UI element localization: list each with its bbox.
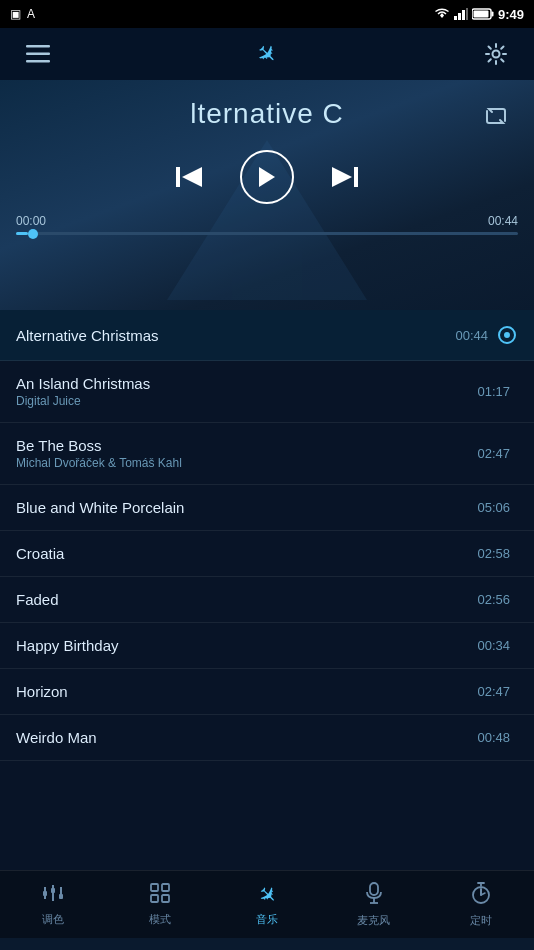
menu-button[interactable] [16,32,60,76]
nav-label-timer: 定时 [470,913,492,928]
track-row[interactable]: Blue and White Porcelain 05:06 [0,485,534,531]
svg-marker-14 [182,167,202,187]
track-title: Horizon [16,683,477,700]
svg-rect-6 [473,11,488,18]
svg-rect-16 [354,167,358,187]
battery-icon [472,8,494,20]
track-row[interactable]: Be The Boss Michal Dvořáček & Tomáš Kahl… [0,423,534,485]
svg-rect-13 [176,167,180,187]
progress-track[interactable] [16,232,518,235]
progress-area: 00:00 00:44 [0,204,534,241]
track-duration: 00:48 [477,730,510,745]
track-info: Blue and White Porcelain [16,499,477,516]
track-title: An Island Christmas [16,375,477,392]
repeat-button[interactable] [474,94,518,138]
status-bar: ▣ A 9:49 [0,0,534,28]
svg-rect-23 [59,894,63,899]
svg-rect-3 [466,8,468,20]
track-title: Happy Birthday [16,637,477,654]
track-info: Weirdo Man [16,729,477,746]
nav-item-mic[interactable]: 麦克风 [320,882,427,928]
album-title: lternative C [190,98,344,130]
clock: 9:49 [498,7,524,22]
nav-item-mode[interactable]: 模式 [107,883,214,927]
svg-rect-7 [26,45,50,48]
nav-item-equalizer[interactable]: 调色 [0,883,107,927]
status-left: ▣ A [10,7,35,21]
track-duration: 02:56 [477,592,510,607]
nav-item-music[interactable]: ✈ 音乐 [214,882,321,927]
playing-icon [496,324,518,346]
track-info: Croatia [16,545,477,562]
wifi-icon [434,8,450,20]
svg-rect-1 [458,13,461,20]
svg-marker-15 [259,167,275,187]
nav-item-timer[interactable]: 定时 [427,882,534,928]
svg-rect-26 [151,895,158,902]
track-info: Alternative Christmas [16,327,455,344]
svg-rect-5 [491,12,493,17]
current-time: 00:00 [16,214,46,228]
track-info: Happy Birthday [16,637,477,654]
track-artist: Michal Dvořáček & Tomáš Kahl [16,456,477,470]
music-icon: ✈ [258,882,276,908]
app-logo-icon: ✈ [250,37,284,71]
signal-icon [454,8,468,20]
track-row[interactable]: Alternative Christmas 00:44 [0,310,534,361]
nav-label-mode: 模式 [149,912,171,927]
equalizer-icon [42,883,64,908]
track-duration: 00:44 [455,328,488,343]
track-row[interactable]: An Island Christmas Digital Juice 01:17 [0,361,534,423]
progress-fill [16,232,28,235]
track-duration: 00:34 [477,638,510,653]
next-button[interactable] [322,155,366,199]
timer-icon [471,882,491,909]
svg-rect-9 [26,60,50,63]
play-button[interactable] [240,150,294,204]
svg-rect-27 [162,895,169,902]
track-info: Be The Boss Michal Dvořáček & Tomáš Kahl [16,437,477,470]
track-list: Alternative Christmas 00:44 An Island Ch… [0,310,534,870]
player-area: lternative C 00:00 00:44 [0,80,534,310]
progress-times: 00:00 00:44 [16,214,518,228]
svg-rect-2 [462,10,465,20]
svg-rect-25 [162,884,169,891]
svg-rect-0 [454,16,457,20]
svg-point-10 [493,51,500,58]
settings-button[interactable] [474,32,518,76]
svg-rect-28 [370,883,378,895]
track-info: An Island Christmas Digital Juice [16,375,477,408]
nav-label-music: 音乐 [256,912,278,927]
svg-marker-17 [332,167,352,187]
track-duration: 05:06 [477,500,510,515]
track-artist: Digital Juice [16,394,477,408]
track-title: Blue and White Porcelain [16,499,477,516]
track-title: Croatia [16,545,477,562]
grid-icon [150,883,170,908]
track-row[interactable]: Croatia 02:58 [0,531,534,577]
nav-label-mic: 麦克风 [357,913,390,928]
status-right: 9:49 [434,7,524,22]
top-bar: ✈ [0,28,534,80]
total-time: 00:44 [488,214,518,228]
track-row[interactable]: Weirdo Man 00:48 [0,715,534,761]
prev-button[interactable] [168,155,212,199]
svg-rect-21 [51,888,55,893]
track-info: Faded [16,591,477,608]
mic-icon [365,882,383,909]
track-row[interactable]: Horizon 02:47 [0,669,534,715]
progress-thumb [28,229,38,239]
track-title: Faded [16,591,477,608]
notification-icon: ▣ [10,7,21,21]
track-row[interactable]: Happy Birthday 00:34 [0,623,534,669]
track-duration: 01:17 [477,384,510,399]
track-duration: 02:47 [477,446,510,461]
track-title: Weirdo Man [16,729,477,746]
svg-rect-19 [43,891,47,896]
bottom-nav: 调色 模式 ✈ 音乐 麦克风 [0,870,534,938]
nav-label-equalizer: 调色 [42,912,64,927]
track-duration: 02:58 [477,546,510,561]
track-row[interactable]: Faded 02:56 [0,577,534,623]
playback-controls [168,150,366,204]
track-title: Alternative Christmas [16,327,455,344]
